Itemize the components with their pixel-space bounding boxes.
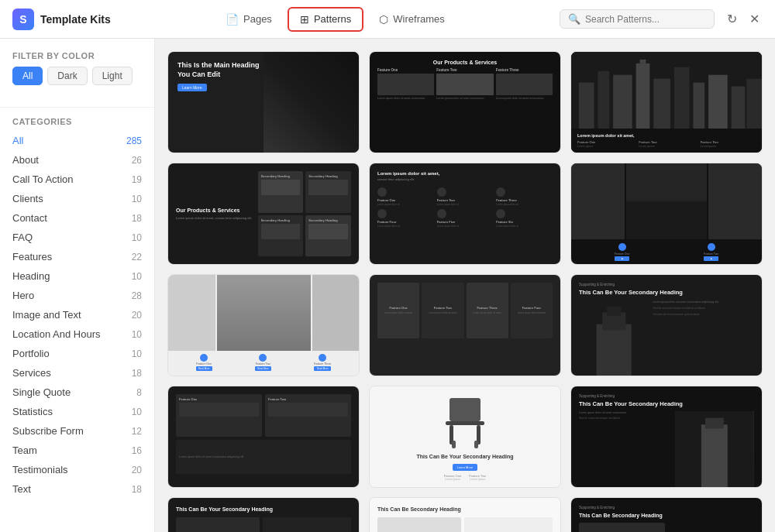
pattern-card-9[interactable]: Supporting & Enriching This Can Be Your … [570, 274, 763, 376]
tab-pages[interactable]: 📄 Pages [213, 7, 284, 32]
pattern-thumb-2: Our Products & Services Feature One Lore… [370, 52, 560, 153]
hero-cta: Learn More [177, 84, 207, 91]
category-heading[interactable]: Heading 10 [0, 266, 154, 286]
pattern-card-11[interactable]: This Can Be Your Secondary Heading Learn… [369, 386, 561, 488]
tab-patterns[interactable]: ⊞ Patterns [288, 7, 363, 32]
arch-icon-2: Feature Two Read More [255, 354, 271, 371]
pattern-preview-8: Feature One Lorem ipsum dolor sit amet F… [370, 275, 560, 376]
category-subscribe-form-count: 12 [132, 426, 142, 437]
category-subscribe-form[interactable]: Subscribe Form 12 [0, 421, 154, 441]
category-contact-label: Contact [12, 212, 47, 224]
pattern-card-3[interactable]: Lorem ipsum dolor sit amet, Feature One … [570, 51, 763, 153]
pattern-card-10[interactable]: Feature One Feature Two Lorem ipsum dolo… [167, 386, 360, 488]
category-testimonials[interactable]: Testimonials 20 [0, 460, 154, 479]
chair-feat-2-text: Lorem ipsum [469, 478, 486, 481]
products-desc: Lorem ipsum dolor sit amet, consec tetur… [176, 216, 255, 221]
refresh-button[interactable]: ↻ [724, 9, 740, 29]
category-call-to-action[interactable]: Call To Action 19 [0, 170, 154, 189]
plant-feat-btn-1: ▶ [615, 256, 630, 261]
city-feat-3-text: Lorem ipsum [701, 145, 756, 148]
building-svg [579, 300, 649, 376]
filter-color-section: Filter by Color All Dark Light [0, 51, 154, 94]
search-input[interactable] [585, 14, 706, 25]
hero-bg-image [264, 52, 359, 153]
pattern-preview-4: Our Products & Services Lorem ipsum dolo… [168, 163, 359, 264]
product-item-3: Secondary Heading [258, 215, 304, 257]
logo-icon: S [12, 9, 34, 30]
arch-icons-row: Feature One Read More Feature Two Read M… [168, 351, 359, 374]
svg-rect-8 [693, 83, 704, 129]
category-about[interactable]: About 26 [0, 150, 154, 170]
category-faq-label: FAQ [12, 232, 33, 243]
pattern-thumb-15: Supporting & Enriching This Can Be Secon… [571, 498, 762, 532]
color-btn-light[interactable]: Light [92, 67, 133, 85]
svg-rect-3 [613, 75, 632, 129]
building-content: Lorem ipsum dolor sit amet, consectetur … [579, 300, 754, 376]
category-text[interactable]: Text 18 [0, 479, 154, 499]
hero-thumb-2: Feature Two [265, 394, 351, 437]
category-statistics[interactable]: Statistics 10 [0, 402, 154, 421]
four-feat-label-1: Feature One [389, 306, 407, 310]
wireframes-icon: ⬡ [379, 13, 388, 26]
svg-rect-15 [607, 306, 621, 315]
category-clients[interactable]: Clients 10 [0, 189, 154, 208]
category-testimonials-count: 20 [132, 465, 142, 475]
svg-rect-1 [579, 83, 594, 129]
pattern-card-6[interactable]: Feature One ▶ Feature Two ▶ [570, 163, 763, 265]
pattern-card-1[interactable]: This Is the Main Heading You Can Edit Le… [167, 51, 360, 153]
tab-wireframes[interactable]: ⬡ Wireframes [367, 7, 456, 32]
category-faq[interactable]: FAQ 10 [0, 228, 154, 247]
category-all[interactable]: All 285 [0, 131, 154, 150]
pattern-card-4[interactable]: Our Products & Services Lorem ipsum dolo… [167, 163, 360, 265]
category-single-quote-count: 8 [136, 387, 142, 398]
city-feat-1-text: Lorem ipsum [577, 145, 632, 148]
color-btn-all[interactable]: All [12, 67, 43, 85]
pattern-card-2[interactable]: Our Products & Services Feature One Lore… [369, 51, 561, 153]
feat-icon-1 [377, 187, 387, 197]
category-portfolio[interactable]: Portfolio 10 [0, 344, 154, 363]
category-all-label: All [12, 135, 23, 146]
feat-sub: consec tetur adipiscing elit. [377, 177, 553, 181]
svg-rect-7 [674, 67, 690, 129]
pattern-preview-9: Supporting & Enriching This Can Be Your … [571, 275, 762, 376]
pattern-preview-7: Feature One Read More Feature Two Read M… [168, 275, 359, 376]
category-team[interactable]: Team 16 [0, 441, 154, 460]
pattern-card-12[interactable]: Supporting & Enriching This Can Be Your … [570, 386, 763, 488]
search-bar[interactable]: 🔍 [560, 9, 715, 29]
product-3-label: Secondary Heading [261, 218, 301, 222]
category-features-label: Features [12, 251, 52, 263]
category-image-and-text[interactable]: Image and Text 20 [0, 305, 154, 324]
tab-wireframes-label: Wireframes [393, 13, 444, 25]
topbar: S Template Kits 📄 Pages ⊞ Patterns ⬡ Wir… [0, 0, 775, 39]
close-button[interactable]: ✕ [746, 9, 763, 29]
b-hero-cols: Lorem ipsum dolor sit amet [176, 517, 351, 532]
category-features-count: 22 [132, 252, 142, 263]
building2-content: Lorem ipsum dolor sit amet consectetur. … [579, 411, 754, 487]
svg-rect-21 [474, 441, 478, 448]
category-contact[interactable]: Contact 18 [0, 208, 154, 228]
category-services[interactable]: Services 18 [0, 363, 154, 383]
pattern-preview-1: This Is the Main Heading You Can Edit Le… [168, 52, 359, 153]
feat-item-4: Feature Four Lorem ipsum dolor sit [377, 209, 434, 228]
feat-label-1: Feature One [377, 198, 434, 202]
service-col-2: Feature Two Lorem ipsum dolor sit amet c… [436, 68, 493, 101]
pattern-card-13[interactable]: This Can Be Your Secondary Heading Lorem… [167, 497, 360, 532]
pattern-card-14[interactable]: This Can Be Secondary Heading Lorem ipsu… [369, 497, 561, 532]
pattern-card-5[interactable]: Lorem ipsum dolor sit amet, consec tetur… [369, 163, 561, 265]
category-hero[interactable]: Hero 28 [0, 286, 154, 305]
feat-item-2: Feature Two Lorem ipsum dolor sit [437, 187, 494, 206]
plant-img-1 [571, 163, 625, 239]
svg-rect-16 [450, 398, 480, 421]
category-location-and-hours[interactable]: Location And Hours 10 [0, 324, 154, 344]
pattern-card-8[interactable]: Feature One Lorem ipsum dolor sit amet F… [369, 274, 561, 376]
feat-text-3: Lorem ipsum dolor sit [496, 203, 553, 206]
pattern-card-15[interactable]: Supporting & Enriching This Can Be Secon… [570, 497, 763, 532]
color-filter-buttons: All Dark Light [0, 67, 154, 94]
category-single-quote[interactable]: Single Quote 8 [0, 383, 154, 402]
category-features[interactable]: Features 22 [0, 247, 154, 266]
four-feat-2: Feature Two Lorem ipsum dolor sit amet [422, 283, 463, 338]
pattern-card-7[interactable]: Feature One Read More Feature Two Read M… [167, 274, 360, 376]
feat-label-6: Feature Six [496, 220, 553, 224]
plant-feat-label-1: Feature One [615, 252, 630, 256]
color-btn-dark[interactable]: Dark [47, 67, 87, 85]
